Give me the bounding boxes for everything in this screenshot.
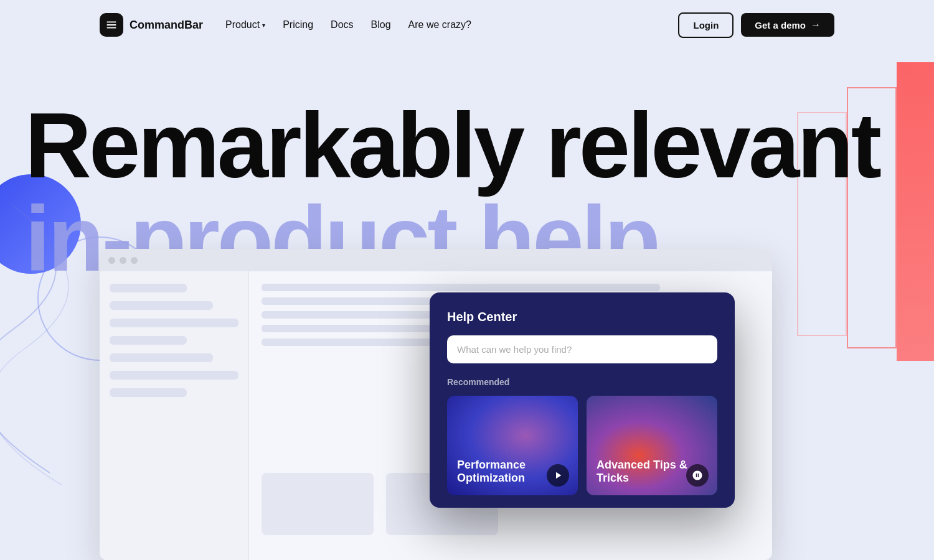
navbar: CommandBar Product ▾ Pricing Docs Blog A… xyxy=(0,0,934,50)
sidebar-mock-item xyxy=(110,284,187,292)
hero-section: Remarkably relevant in-product help xyxy=(0,50,934,560)
hc-card-perf-label: Performance Optimization xyxy=(457,459,568,485)
nav-links: Product ▾ Pricing Docs Blog Are we crazy… xyxy=(225,19,471,30)
browser-toolbar xyxy=(100,249,772,271)
nav-item-docs[interactable]: Docs xyxy=(331,19,353,30)
login-button[interactable]: Login xyxy=(678,12,734,38)
nav-item-blog[interactable]: Blog xyxy=(371,19,391,30)
sidebar-mock-item xyxy=(110,301,213,310)
logo-name: CommandBar xyxy=(130,19,203,32)
get-demo-button[interactable]: Get a demo → xyxy=(741,13,834,37)
nav-item-crazy[interactable]: Are we crazy? xyxy=(408,19,471,30)
browser-dot-3 xyxy=(131,257,138,264)
browser-dot-1 xyxy=(108,257,115,264)
bg-rect-red xyxy=(897,62,934,361)
headline-line1: Remarkably relevant xyxy=(25,100,879,192)
recommended-label: Recommended xyxy=(447,377,717,387)
logo-icon xyxy=(100,13,123,37)
hc-card-tips[interactable]: Advanced Tips & Tricks xyxy=(587,396,717,495)
logo-link[interactable]: CommandBar xyxy=(100,13,203,37)
help-center-title: Help Center xyxy=(447,310,717,324)
chevron-down-icon: ▾ xyxy=(262,22,265,29)
nav-right: Login Get a demo → xyxy=(678,12,834,38)
help-center-search[interactable]: What can we help you find? xyxy=(447,335,717,363)
sidebar-mock-item xyxy=(110,336,187,345)
nav-item-product[interactable]: Product ▾ xyxy=(225,19,265,30)
browser-dot-2 xyxy=(120,257,126,264)
content-box-1 xyxy=(262,473,374,535)
arrow-icon: → xyxy=(811,19,821,30)
sidebar-mock-item xyxy=(110,388,187,397)
logo-svg xyxy=(105,18,118,32)
content-line xyxy=(262,284,660,291)
hc-card-performance[interactable]: Performance Optimization xyxy=(447,396,578,495)
nav-left: CommandBar Product ▾ Pricing Docs Blog A… xyxy=(100,13,471,37)
sidebar-mock-item xyxy=(110,371,238,380)
sidebar-mock-item xyxy=(110,319,238,327)
nav-item-pricing[interactable]: Pricing xyxy=(283,19,313,30)
help-center-widget: Help Center What can we help you find? R… xyxy=(430,292,735,508)
hc-cards: Performance Optimization Advanced Tips &… xyxy=(447,396,717,495)
browser-sidebar xyxy=(100,271,249,560)
sidebar-mock-item xyxy=(110,353,213,362)
hc-card-tips-label: Advanced Tips & Tricks xyxy=(597,459,707,485)
